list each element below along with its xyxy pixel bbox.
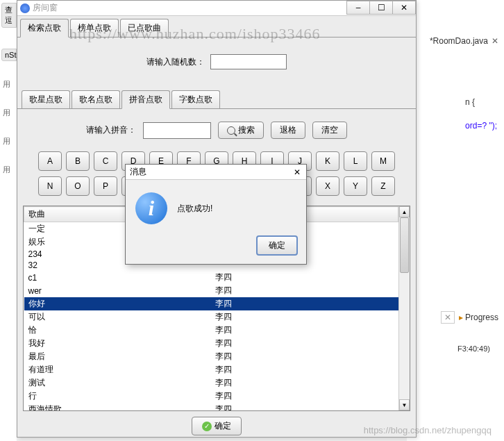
maximize-button[interactable]: ☐ <box>369 1 393 15</box>
cell-singer: 李四 <box>211 271 398 284</box>
key-c[interactable]: C <box>94 151 117 171</box>
random-row: 请输入随机数： <box>17 38 416 90</box>
left-u-3: 用 <box>0 136 17 147</box>
ide-progress: ✕ ▸ Progress <box>441 313 498 322</box>
maximize-icon: ☐ <box>378 3 385 13</box>
key-y[interactable]: Y <box>344 176 367 196</box>
key-p[interactable]: P <box>94 176 117 196</box>
random-label: 请输入随机数： <box>146 56 205 68</box>
cell-song: 有道理 <box>24 363 212 376</box>
table-row[interactable]: 最后李四 <box>24 350 398 363</box>
pinyin-input[interactable] <box>143 122 211 139</box>
key-l[interactable]: L <box>344 151 367 171</box>
search-row: 请输入拼音： 搜索 退格 清空 <box>17 109 416 151</box>
confirm-label: 确定 <box>215 420 231 432</box>
sub-tab-3[interactable]: 字数点歌 <box>171 90 220 108</box>
scroll-thumb[interactable] <box>400 217 409 273</box>
ide-code: n { ord=? "); <box>465 97 497 131</box>
dialog-titlebar[interactable]: 消息 ✕ <box>126 165 306 180</box>
table-row[interactable]: 可以李四 <box>24 310 398 324</box>
ide-tab-close-icon[interactable]: ✕ <box>492 36 498 46</box>
table-row[interactable]: 有道理李四 <box>24 363 398 376</box>
cell-singer: 李四 <box>211 363 398 376</box>
left-chip-2: nStat <box>1 49 17 61</box>
scroll-up-icon[interactable]: ▲ <box>399 206 410 217</box>
sub-tabs: 歌星点歌歌名点歌拼音点歌字数点歌 <box>17 90 416 109</box>
cell-song: 测试 <box>24 376 212 390</box>
cell-song: 最后 <box>24 350 212 363</box>
progress-close-icon[interactable]: ✕ <box>441 311 455 324</box>
confirm-row: ✓ 确定 <box>17 411 416 441</box>
cell-song: 西海情歌 <box>24 403 212 410</box>
cell-singer: 李四 <box>211 376 398 390</box>
cell-song: 恰 <box>24 324 212 337</box>
cell-singer: 李四 <box>211 310 398 324</box>
cell-singer: 李四 <box>211 390 398 403</box>
message-dialog: 消息 ✕ i 点歌成功! 确定 <box>125 164 307 265</box>
cell-singer: 李四 <box>211 350 398 363</box>
top-tab-0[interactable]: 检索点歌 <box>20 19 69 38</box>
sub-tab-1[interactable]: 歌名点歌 <box>72 90 120 108</box>
clear-button[interactable]: 清空 <box>312 122 347 139</box>
backspace-button[interactable]: 退格 <box>271 122 305 139</box>
titlebar[interactable]: 房间窗 – ☐ ✕ <box>17 1 416 16</box>
random-input[interactable] <box>210 54 287 69</box>
table-row[interactable]: c1李四 <box>24 271 398 284</box>
minimize-icon: – <box>356 3 361 13</box>
close-icon: ✕ <box>401 3 408 13</box>
cell-singer: 李四 <box>211 403 398 410</box>
cell-song: 可以 <box>24 310 212 324</box>
search-icon <box>227 126 235 135</box>
code-line-2: ord=? "); <box>465 121 497 131</box>
left-chip-1: 查逗 <box>1 3 17 28</box>
ide-background: *RoomDao.java ✕ n { ord=? "); ✕ ▸ Progre… <box>407 0 504 441</box>
vertical-scrollbar[interactable]: ▲ ▼ <box>398 206 410 410</box>
key-b[interactable]: B <box>66 151 90 171</box>
top-tab-2[interactable]: 已点歌曲 <box>120 19 169 37</box>
table-row[interactable]: 你好李四 <box>24 297 398 310</box>
minimize-button[interactable]: – <box>346 1 370 15</box>
progress-label: Progress <box>465 313 498 322</box>
cell-song: c1 <box>24 271 212 284</box>
ide-time: F3:40:49) <box>457 344 490 353</box>
cell-song: 你好 <box>24 297 212 310</box>
confirm-button[interactable]: ✓ 确定 <box>192 417 242 435</box>
table-row[interactable]: 行李四 <box>24 390 398 403</box>
dialog-ok-button[interactable]: 确定 <box>256 235 298 256</box>
left-u-4: 用 <box>0 165 17 175</box>
cell-song: wer <box>24 284 212 297</box>
key-z[interactable]: Z <box>371 176 395 196</box>
key-o[interactable]: O <box>66 176 90 196</box>
dialog-footer: 确定 <box>126 231 306 264</box>
search-button[interactable]: 搜索 <box>218 122 264 139</box>
key-a[interactable]: A <box>38 151 62 171</box>
search-label: 请输入拼音： <box>86 124 136 136</box>
table-row[interactable]: 西海情歌李四 <box>24 403 398 410</box>
cell-singer: 李四 <box>211 324 398 337</box>
table-row[interactable]: 恰李四 <box>24 324 398 337</box>
left-u-2: 用 <box>0 108 17 118</box>
key-n[interactable]: N <box>38 176 62 196</box>
dialog-message: 点歌成功! <box>177 203 212 215</box>
sub-tab-0[interactable]: 歌星点歌 <box>22 90 70 108</box>
check-icon: ✓ <box>202 422 212 431</box>
left-fragment: 查逗 nStat 用 用 用 用 <box>0 0 17 441</box>
key-m[interactable]: M <box>371 151 395 171</box>
close-button[interactable]: ✕ <box>392 1 416 15</box>
dialog-body: i 点歌成功! <box>126 180 306 231</box>
ide-tab[interactable]: *RoomDao.java ✕ <box>430 36 498 46</box>
left-u-1: 用 <box>0 79 17 90</box>
scroll-down-icon[interactable]: ▼ <box>399 399 410 410</box>
code-line-1: n { <box>465 97 497 107</box>
sub-tab-2[interactable]: 拼音点歌 <box>121 90 170 109</box>
cell-song: 行 <box>24 390 212 403</box>
table-row[interactable]: 我好李四 <box>24 337 398 350</box>
top-tab-1[interactable]: 榜单点歌 <box>70 19 119 37</box>
table-row[interactable]: 测试李四 <box>24 376 398 390</box>
dialog-close-button[interactable]: ✕ <box>291 166 303 178</box>
key-k[interactable]: K <box>316 151 339 171</box>
key-x[interactable]: X <box>316 176 339 196</box>
table-row[interactable]: wer李四 <box>24 284 398 297</box>
cell-singer: 李四 <box>211 284 398 297</box>
cell-song: 我好 <box>24 337 212 350</box>
